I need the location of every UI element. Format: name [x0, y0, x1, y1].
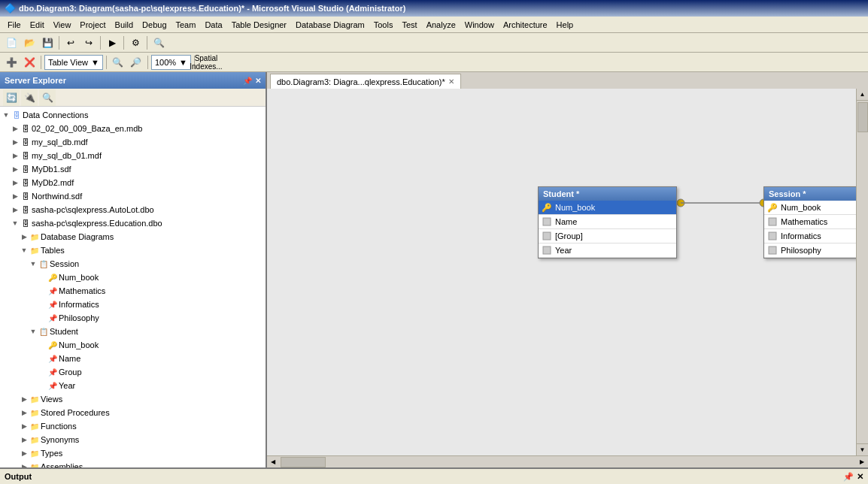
se-refresh-btn[interactable]: 🔄 [3, 89, 20, 106]
menu-window[interactable]: Window [460, 19, 499, 31]
exp-mysql01[interactable]: ▶ [11, 151, 20, 160]
tree-mydb1[interactable]: ▶ 🗄 MyDb1.sdf [0, 162, 266, 176]
tree-student-table[interactable]: ▼ 📋 Student [0, 325, 266, 338]
tree-data-connections[interactable]: ▼ 🗄 Data Connections [0, 108, 266, 122]
menu-architecture[interactable]: Architecture [499, 19, 552, 31]
exp-tables[interactable]: ▼ [20, 246, 29, 255]
tree-education[interactable]: ▼ 🗄 sasha-pc\sqlexpress.Education.dbo [0, 216, 266, 230]
hscroll-right-btn[interactable]: ▶ [856, 456, 868, 468]
exp-baza[interactable]: ▶ [11, 124, 20, 133]
menu-analyze[interactable]: Analyze [422, 19, 460, 31]
add-table-btn[interactable]: ➕ [3, 54, 20, 71]
open-btn[interactable]: 📂 [21, 35, 38, 51]
exp-education[interactable]: ▼ [11, 219, 20, 228]
tree-functions[interactable]: ▶ 📁 Functions [0, 419, 266, 433]
menu-test[interactable]: Test [397, 19, 421, 31]
horizontal-scrollbar[interactable]: ◀ ▶ [267, 455, 868, 467]
zoom-in-btn[interactable]: 🔍 [110, 54, 126, 71]
menu-help[interactable]: Help [552, 19, 578, 31]
tree-northwind[interactable]: ▶ 🗄 Northwind.sdf [0, 189, 266, 203]
solution-config[interactable]: ⚙ [127, 35, 144, 51]
exp-mydb2[interactable]: ▶ [11, 178, 20, 187]
exp-types[interactable]: ▶ [20, 449, 29, 458]
output-pin-icon[interactable]: 📌 [843, 472, 854, 482]
session-field-phil[interactable]: Philosophy [764, 244, 856, 258]
exp-student[interactable]: ▼ [29, 327, 38, 336]
tree-db-diagrams[interactable]: ▶ 📁 Database Diagrams [0, 230, 266, 244]
student-field-year[interactable]: Year [539, 244, 676, 258]
new-project-btn[interactable]: 📄 [3, 35, 20, 51]
redo-btn[interactable]: ↪ [80, 35, 97, 51]
exp-mydb1[interactable]: ▶ [11, 165, 20, 174]
tree-autolot[interactable]: ▶ 🗄 sasha-pc\sqlexpress.AutoLot.dbo [0, 203, 266, 216]
tree-mysql[interactable]: ▶ 🗄 my_sql_db.mdf [0, 135, 266, 149]
student-field-numbook[interactable]: 🔑 Num_book [539, 201, 676, 215]
tree-stored-procedures[interactable]: ▶ 📁 Stored Procedures [0, 406, 266, 419]
zoom-out-btn[interactable]: 🔎 [128, 54, 144, 71]
tree-session-math[interactable]: 📌 Mathematics [0, 284, 266, 298]
tree-types[interactable]: ▶ 📁 Types [0, 446, 266, 460]
tree-tables[interactable]: ▼ 📁 Tables [0, 244, 266, 257]
expand-data-connections[interactable]: ▼ [2, 110, 11, 119]
tree-session-phil[interactable]: 📌 Philosophy [0, 311, 266, 325]
scroll-down-btn[interactable]: ▼ [857, 443, 869, 455]
tree-mysql01[interactable]: ▶ 🗄 my_sql_db_01.mdf [0, 149, 266, 162]
exp-northwind[interactable]: ▶ [11, 192, 20, 201]
student-field-group[interactable]: [Group] [539, 229, 676, 244]
exp-autolot[interactable]: ▶ [11, 205, 20, 214]
menu-table-designer[interactable]: Table Designer [227, 19, 291, 31]
exp-func[interactable]: ▶ [20, 422, 29, 431]
pin-icon[interactable]: 📌 [243, 77, 252, 85]
spatial-index-btn[interactable]: Spatial Indexes... [198, 54, 214, 71]
exp-session[interactable]: ▼ [29, 259, 38, 268]
exp-mysql[interactable]: ▶ [11, 138, 20, 147]
delete-table-btn[interactable]: ❌ [21, 54, 38, 71]
session-field-math[interactable]: Mathematics [764, 215, 856, 229]
save-btn[interactable]: 💾 [39, 35, 56, 51]
canvas[interactable]: Student * 🔑 Num_book Name [267, 89, 856, 455]
diagram-tab[interactable]: dbo.Diagram3: Diagra...qlexpress.Educati… [270, 74, 461, 89]
tree-views[interactable]: ▶ 📁 Views [0, 392, 266, 406]
tree-student-group[interactable]: 📌 Group [0, 365, 266, 379]
menu-database-diagram[interactable]: Database Diagram [291, 19, 369, 31]
session-field-info[interactable]: Informatics [764, 229, 856, 244]
se-connect-btn[interactable]: 🔌 [21, 89, 38, 106]
exp-asm[interactable]: ▶ [20, 462, 29, 467]
close-se-icon[interactable]: ✕ [255, 77, 261, 85]
undo-btn[interactable]: ↩ [62, 35, 79, 51]
zoom-dropdown[interactable]: 100% ▼ [151, 55, 191, 70]
tree-mydb2[interactable]: ▶ 🗄 MyDb2.mdf [0, 176, 266, 189]
exp-db-diagrams[interactable]: ▶ [20, 232, 29, 241]
menu-build[interactable]: Build [111, 19, 138, 31]
menu-team[interactable]: Team [171, 19, 201, 31]
table-view-dropdown[interactable]: Table View ▼ [44, 55, 103, 70]
start-btn[interactable]: ▶ [104, 35, 120, 51]
output-close-icon[interactable]: ✕ [857, 472, 863, 482]
tree-student-numbook[interactable]: 🔑 Num_book [0, 338, 266, 352]
scroll-thumb[interactable] [857, 102, 868, 132]
tree-student-name[interactable]: 📌 Name [0, 352, 266, 365]
tab-close-icon[interactable]: ✕ [448, 77, 454, 86]
tree-synonyms[interactable]: ▶ 📁 Synonyms [0, 433, 266, 446]
menu-project[interactable]: Project [75, 19, 110, 31]
se-filter-btn[interactable]: 🔍 [39, 89, 56, 106]
exp-sp[interactable]: ▶ [20, 408, 29, 417]
exp-syn[interactable]: ▶ [20, 435, 29, 444]
session-field-numbook[interactable]: 🔑 Num_book [764, 201, 856, 215]
tree-session-numbook[interactable]: 🔑 Num_book [0, 271, 266, 284]
vertical-scrollbar[interactable]: ▲ ▼ [856, 89, 868, 455]
tree-baza[interactable]: ▶ 🗄 02_02_00_009_Baza_en.mdb [0, 122, 266, 135]
menu-file[interactable]: File [3, 19, 26, 31]
exp-views[interactable]: ▶ [20, 395, 29, 404]
hscroll-left-btn[interactable]: ◀ [267, 456, 279, 468]
student-field-name[interactable]: Name [539, 215, 676, 229]
search-btn[interactable]: 🔍 [150, 35, 167, 51]
hscroll-thumb[interactable] [281, 457, 326, 467]
menu-debug[interactable]: Debug [138, 19, 171, 31]
menu-view[interactable]: View [49, 19, 76, 31]
menu-edit[interactable]: Edit [26, 19, 49, 31]
tree-student-year[interactable]: 📌 Year [0, 379, 266, 392]
tree-session-table[interactable]: ▼ 📋 Session [0, 257, 266, 271]
student-table[interactable]: Student * 🔑 Num_book Name [538, 186, 677, 259]
server-explorer-tree[interactable]: ▼ 🗄 Data Connections ▶ 🗄 02_02_00_009_Ba… [0, 107, 266, 467]
